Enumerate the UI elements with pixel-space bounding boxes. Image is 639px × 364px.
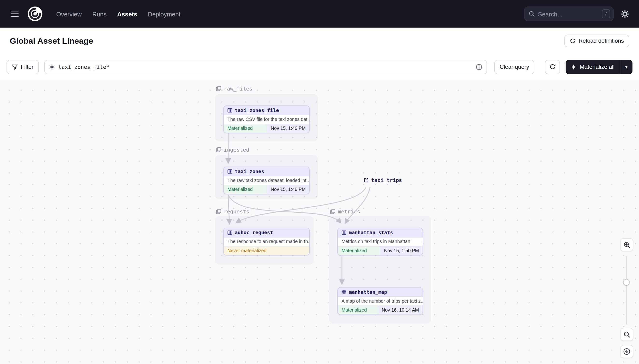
table-icon [341,230,346,235]
status-badge: Materialized [338,306,378,314]
fit-view-button[interactable] [620,345,633,358]
zoom-in-button[interactable] [620,238,633,251]
refresh-graph-button[interactable] [545,60,560,74]
status-badge: Materialized [224,186,267,194]
asset-name: taxi_zones_file [235,108,279,114]
zoom-slider-track[interactable] [626,256,627,325]
asset-node-taxi-zones[interactable]: taxi_zones The raw taxi zones dataset, l… [223,166,310,194]
asset-status-row: Materialized Nov 15, 1:46 PM [224,124,309,133]
group-label-requests[interactable]: requests [216,207,249,216]
nav-item-deployment[interactable]: Deployment [148,10,180,18]
menu-icon[interactable] [7,6,23,22]
asset-description: The response to an request made in th... [224,238,309,246]
lineage-edges [0,80,639,364]
info-icon[interactable] [475,63,482,70]
lineage-canvas[interactable]: raw_files ingested requests metrics [0,80,639,364]
asset-status-row: Materialized Nov 15, 1:50 PM [338,246,423,255]
asset-node-manhattan-stats[interactable]: manhattan_stats Metrics on taxi trips in… [337,228,423,256]
status-badge: Materialized [338,246,380,255]
reload-definitions-label: Reload definitions [579,38,624,44]
asset-node-header: taxi_zones_file [224,106,309,116]
clear-query-label: Clear query [500,64,529,70]
page-header: Global Asset Lineage Reload definitions [0,28,639,54]
group-label-metrics[interactable]: metrics [330,207,360,216]
clear-query-button[interactable]: Clear query [494,60,534,74]
page-title: Global Asset Lineage [10,36,93,46]
table-icon [228,108,232,113]
filter-button[interactable]: Filter [7,60,39,74]
group-icon [216,86,221,91]
asset-name: taxi_zones [235,169,264,174]
materialize-dropdown-button[interactable]: ▾ [620,60,632,74]
asset-selection-icon [49,64,55,70]
asset-name: manhattan_map [349,289,387,295]
lineage-toolbar: Filter Clear query [0,54,639,80]
status-badge: Materialized [224,124,267,133]
group-label-ingested[interactable]: ingested [216,145,249,154]
external-asset-taxi-trips[interactable]: taxi_trips [363,177,402,183]
asset-name: manhattan_stats [349,230,393,236]
primary-nav: Overview Runs Assets Deployment [56,10,180,18]
group-name: requests [224,208,249,214]
group-icon [330,209,335,214]
global-search-box[interactable]: / [524,6,614,21]
asset-description: The raw CSV file for the taxi zones dat.… [224,116,309,124]
materialization-timestamp: Nov 15, 1:46 PM [267,124,309,133]
reload-icon [570,38,576,44]
zoom-slider-thumb[interactable] [623,279,629,286]
search-icon [529,10,535,17]
zoom-out-button[interactable] [620,328,633,341]
nav-item-runs[interactable]: Runs [92,10,107,18]
nav-item-assets[interactable]: Assets [117,10,137,18]
external-asset-name: taxi_trips [371,177,402,183]
chevron-down-icon: ▾ [625,64,627,70]
table-icon [228,230,232,235]
materialization-timestamp: Nov 15, 1:46 PM [267,186,309,194]
materialization-timestamp: Nov 15, 1:50 PM [380,246,423,255]
table-icon [341,290,346,294]
group-icon [216,209,221,214]
asset-node-header: adhoc_request [224,228,309,238]
asset-node-header: manhattan_map [338,288,423,297]
asset-description: A map of the number of trips per taxi z.… [338,297,423,305]
asset-node-taxi-zones-file[interactable]: taxi_zones_file The raw CSV file for the… [223,106,310,133]
external-link-icon [363,178,369,183]
search-shortcut-badge: / [602,10,610,18]
group-label-raw-files[interactable]: raw_files [216,84,252,92]
asset-selection-input[interactable] [59,64,472,70]
asset-node-header: manhattan_stats [338,228,423,238]
status-badge: Never materialized [224,246,309,255]
zoom-in-icon [623,242,630,248]
asset-node-adhoc-request[interactable]: adhoc_request The response to an request… [223,228,310,256]
materialize-all-button[interactable]: Materialize all [566,60,620,74]
settings-gear-icon[interactable] [617,6,632,22]
materialize-all-label: Materialize all [579,64,614,70]
top-nav-bar: Overview Runs Assets Deployment / [0,0,639,28]
sparkle-icon [571,64,576,70]
asset-description: Metrics on taxi trips in Manhattan [338,238,423,246]
filter-funnel-icon [12,64,18,70]
asset-node-header: taxi_zones [224,167,309,176]
asset-node-manhattan-map[interactable]: manhattan_map A map of the number of tri… [337,287,423,315]
group-name: metrics [338,208,360,214]
filter-label: Filter [21,64,34,70]
asset-status-row: Materialized Nov 16, 10:14 AM [338,306,423,314]
dagster-logo-icon[interactable] [27,6,43,22]
dagster-app: Overview Runs Assets Deployment / [0,0,639,364]
group-icon [216,147,221,152]
refresh-icon [549,64,556,70]
group-name: ingested [224,146,249,152]
table-icon [228,169,232,174]
asset-selection-input-wrap[interactable] [45,60,487,74]
asset-status-row: Never materialized [224,246,309,255]
circled-arrow-down-icon [623,348,630,355]
search-input[interactable] [538,10,599,18]
asset-name: adhoc_request [235,230,273,236]
asset-status-row: Materialized Nov 15, 1:46 PM [224,185,309,194]
materialize-all-button-group: Materialize all ▾ [566,60,632,74]
nav-item-overview[interactable]: Overview [56,10,82,18]
asset-description: The raw taxi zones dataset, loaded int..… [224,176,309,185]
group-name: raw_files [224,86,252,92]
zoom-out-icon [623,331,630,338]
reload-definitions-button[interactable]: Reload definitions [564,34,629,47]
